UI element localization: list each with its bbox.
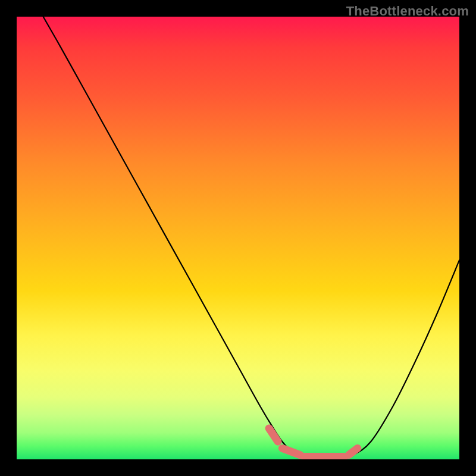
bottleneck-curve [43, 17, 459, 458]
curve-layer [17, 17, 459, 459]
flat-region-marker-2 [282, 448, 300, 455]
flat-region-marker-4 [349, 448, 358, 455]
watermark-text: TheBottleneck.com [346, 4, 469, 19]
plot-area [17, 17, 459, 459]
chart-root: TheBottleneck.com [0, 0, 476, 476]
flat-region-marker-1 [269, 428, 278, 441]
